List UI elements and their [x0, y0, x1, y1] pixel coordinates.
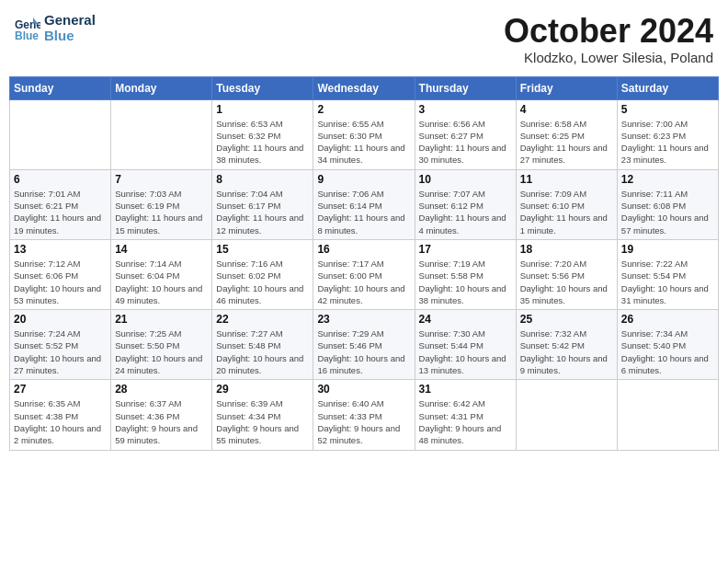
day-number: 18: [520, 243, 613, 256]
calendar-cell: 29Sunrise: 6:39 AM Sunset: 4:34 PM Dayli…: [212, 380, 313, 450]
day-info: Sunrise: 7:22 AM Sunset: 5:54 PM Dayligh…: [621, 258, 714, 306]
day-info: Sunrise: 6:55 AM Sunset: 6:30 PM Dayligh…: [317, 118, 410, 167]
weekday-header-saturday: Saturday: [617, 76, 718, 99]
calendar-cell: 25Sunrise: 7:32 AM Sunset: 5:42 PM Dayli…: [516, 310, 617, 380]
day-number: 4: [520, 103, 613, 116]
svg-text:Blue: Blue: [15, 29, 39, 41]
calendar-week-5: 27Sunrise: 6:35 AM Sunset: 4:38 PM Dayli…: [10, 380, 719, 450]
logo-general: General: [44, 13, 96, 29]
calendar-cell: [617, 380, 718, 450]
day-info: Sunrise: 7:07 AM Sunset: 6:12 PM Dayligh…: [419, 188, 512, 236]
calendar-cell: 22Sunrise: 7:27 AM Sunset: 5:48 PM Dayli…: [212, 310, 313, 380]
calendar-cell: 21Sunrise: 7:25 AM Sunset: 5:50 PM Dayli…: [111, 310, 212, 380]
calendar-cell: 15Sunrise: 7:16 AM Sunset: 6:02 PM Dayli…: [212, 239, 313, 309]
weekday-header-thursday: Thursday: [415, 76, 516, 99]
day-number: 27: [14, 383, 107, 396]
day-number: 9: [317, 173, 410, 186]
day-info: Sunrise: 6:40 AM Sunset: 4:33 PM Dayligh…: [317, 397, 410, 446]
day-info: Sunrise: 7:32 AM Sunset: 5:42 PM Dayligh…: [520, 327, 613, 376]
calendar-week-4: 20Sunrise: 7:24 AM Sunset: 5:52 PM Dayli…: [10, 310, 719, 380]
weekday-header-monday: Monday: [111, 76, 212, 99]
day-number: 6: [14, 173, 107, 186]
calendar-cell: 23Sunrise: 7:29 AM Sunset: 5:46 PM Dayli…: [313, 310, 415, 380]
day-number: 5: [621, 103, 714, 116]
day-info: Sunrise: 7:00 AM Sunset: 6:23 PM Dayligh…: [621, 118, 714, 167]
day-number: 10: [419, 173, 512, 186]
logo: General Blue General Blue: [15, 13, 96, 43]
weekday-header-sunday: Sunday: [10, 76, 111, 99]
day-info: Sunrise: 7:27 AM Sunset: 5:48 PM Dayligh…: [216, 327, 309, 376]
day-number: 15: [216, 243, 309, 256]
calendar-cell: 30Sunrise: 6:40 AM Sunset: 4:33 PM Dayli…: [313, 380, 415, 450]
calendar-week-1: 1Sunrise: 6:53 AM Sunset: 6:32 PM Daylig…: [10, 99, 719, 169]
calendar-cell: 10Sunrise: 7:07 AM Sunset: 6:12 PM Dayli…: [415, 169, 516, 239]
day-info: Sunrise: 7:25 AM Sunset: 5:50 PM Dayligh…: [115, 327, 208, 376]
title-block: October 2024 Klodzko, Lower Silesia, Pol…: [504, 13, 713, 65]
day-info: Sunrise: 6:37 AM Sunset: 4:36 PM Dayligh…: [115, 397, 208, 446]
calendar-cell: 17Sunrise: 7:19 AM Sunset: 5:58 PM Dayli…: [415, 239, 516, 309]
calendar-cell: 31Sunrise: 6:42 AM Sunset: 4:31 PM Dayli…: [415, 380, 516, 450]
day-info: Sunrise: 7:03 AM Sunset: 6:19 PM Dayligh…: [115, 188, 208, 236]
calendar-cell: 27Sunrise: 6:35 AM Sunset: 4:38 PM Dayli…: [10, 380, 111, 450]
weekday-header-friday: Friday: [516, 76, 617, 99]
day-number: 11: [520, 173, 613, 186]
day-number: 13: [14, 243, 107, 256]
day-number: 16: [317, 243, 410, 256]
day-info: Sunrise: 6:56 AM Sunset: 6:27 PM Dayligh…: [419, 118, 512, 167]
day-info: Sunrise: 6:42 AM Sunset: 4:31 PM Dayligh…: [419, 397, 512, 446]
calendar-cell: 6Sunrise: 7:01 AM Sunset: 6:21 PM Daylig…: [10, 169, 111, 239]
day-number: 17: [419, 243, 512, 256]
day-number: 30: [317, 383, 410, 396]
day-number: 7: [115, 173, 208, 186]
location: Klodzko, Lower Silesia, Poland: [504, 50, 713, 65]
month-title: October 2024: [504, 13, 713, 50]
calendar-cell: [516, 380, 617, 450]
calendar-cell: [111, 99, 212, 169]
day-info: Sunrise: 7:14 AM Sunset: 6:04 PM Dayligh…: [115, 258, 208, 306]
calendar-header-row: SundayMondayTuesdayWednesdayThursdayFrid…: [10, 76, 719, 99]
calendar-cell: 26Sunrise: 7:34 AM Sunset: 5:40 PM Dayli…: [617, 310, 718, 380]
day-number: 29: [216, 383, 309, 396]
day-number: 23: [317, 313, 410, 326]
day-number: 19: [621, 243, 714, 256]
calendar-cell: 9Sunrise: 7:06 AM Sunset: 6:14 PM Daylig…: [313, 169, 415, 239]
day-info: Sunrise: 7:06 AM Sunset: 6:14 PM Dayligh…: [317, 188, 410, 236]
calendar-cell: 1Sunrise: 6:53 AM Sunset: 6:32 PM Daylig…: [212, 99, 313, 169]
day-number: 31: [419, 383, 512, 396]
day-info: Sunrise: 6:58 AM Sunset: 6:25 PM Dayligh…: [520, 118, 613, 167]
calendar-cell: 16Sunrise: 7:17 AM Sunset: 6:00 PM Dayli…: [313, 239, 415, 309]
day-info: Sunrise: 7:34 AM Sunset: 5:40 PM Dayligh…: [621, 327, 714, 376]
calendar-cell: 19Sunrise: 7:22 AM Sunset: 5:54 PM Dayli…: [617, 239, 718, 309]
day-info: Sunrise: 7:11 AM Sunset: 6:08 PM Dayligh…: [621, 188, 714, 236]
day-info: Sunrise: 7:17 AM Sunset: 6:00 PM Dayligh…: [317, 258, 410, 306]
day-number: 1: [216, 103, 309, 116]
day-number: 8: [216, 173, 309, 186]
calendar-cell: 20Sunrise: 7:24 AM Sunset: 5:52 PM Dayli…: [10, 310, 111, 380]
day-info: Sunrise: 7:16 AM Sunset: 6:02 PM Dayligh…: [216, 258, 309, 306]
calendar-cell: 5Sunrise: 7:00 AM Sunset: 6:23 PM Daylig…: [617, 99, 718, 169]
day-info: Sunrise: 7:30 AM Sunset: 5:44 PM Dayligh…: [419, 327, 512, 376]
day-info: Sunrise: 7:04 AM Sunset: 6:17 PM Dayligh…: [216, 188, 309, 236]
calendar-cell: 4Sunrise: 6:58 AM Sunset: 6:25 PM Daylig…: [516, 99, 617, 169]
weekday-header-tuesday: Tuesday: [212, 76, 313, 99]
day-number: 21: [115, 313, 208, 326]
day-number: 14: [115, 243, 208, 256]
day-number: 3: [419, 103, 512, 116]
day-number: 12: [621, 173, 714, 186]
day-number: 20: [14, 313, 107, 326]
day-info: Sunrise: 7:29 AM Sunset: 5:46 PM Dayligh…: [317, 327, 410, 376]
calendar-cell: 28Sunrise: 6:37 AM Sunset: 4:36 PM Dayli…: [111, 380, 212, 450]
calendar-week-3: 13Sunrise: 7:12 AM Sunset: 6:06 PM Dayli…: [10, 239, 719, 309]
calendar-cell: 3Sunrise: 6:56 AM Sunset: 6:27 PM Daylig…: [415, 99, 516, 169]
day-number: 25: [520, 313, 613, 326]
calendar-table: SundayMondayTuesdayWednesdayThursdayFrid…: [9, 76, 719, 451]
day-number: 26: [621, 313, 714, 326]
day-info: Sunrise: 7:09 AM Sunset: 6:10 PM Dayligh…: [520, 188, 613, 236]
calendar-cell: 18Sunrise: 7:20 AM Sunset: 5:56 PM Dayli…: [516, 239, 617, 309]
calendar-cell: 2Sunrise: 6:55 AM Sunset: 6:30 PM Daylig…: [313, 99, 415, 169]
calendar-cell: 12Sunrise: 7:11 AM Sunset: 6:08 PM Dayli…: [617, 169, 718, 239]
day-info: Sunrise: 7:20 AM Sunset: 5:56 PM Dayligh…: [520, 258, 613, 306]
calendar-cell: 7Sunrise: 7:03 AM Sunset: 6:19 PM Daylig…: [111, 169, 212, 239]
calendar-cell: 8Sunrise: 7:04 AM Sunset: 6:17 PM Daylig…: [212, 169, 313, 239]
day-number: 24: [419, 313, 512, 326]
